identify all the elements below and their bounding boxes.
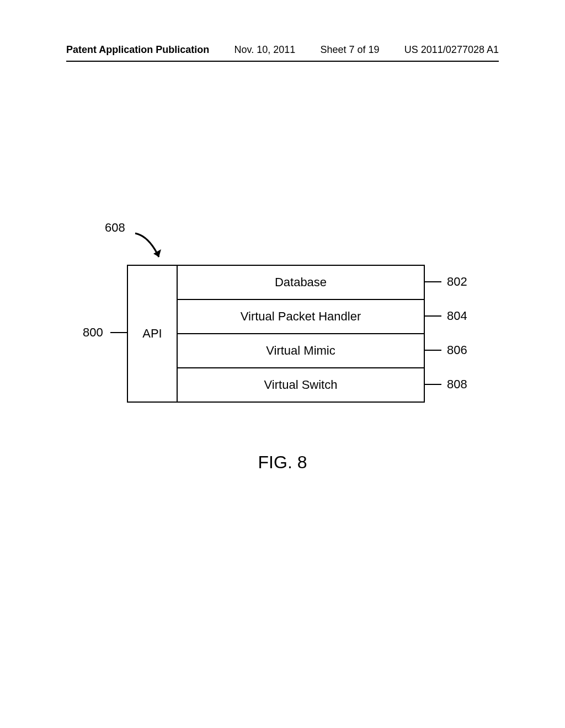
row-vph: Virtual Packet Handler	[178, 300, 424, 334]
header-date: Nov. 10, 2011	[234, 44, 296, 56]
architecture-block: API Database Virtual Packet Handler Virt…	[127, 265, 425, 403]
layers-column: Database Virtual Packet Handler Virtual …	[178, 266, 424, 403]
row-database-label: Database	[275, 275, 327, 290]
lead-802	[425, 281, 441, 282]
page-header: Patent Application Publication Nov. 10, …	[0, 44, 565, 56]
header-rule	[66, 61, 499, 62]
ref-608: 608	[105, 221, 125, 235]
ref-802: 802	[447, 275, 467, 289]
header-publication: Patent Application Publication	[66, 44, 209, 56]
ref-804: 804	[447, 309, 467, 323]
pointer-arrow-608	[132, 231, 171, 271]
row-mimic-label: Virtual Mimic	[266, 344, 335, 358]
ref-806: 806	[447, 343, 467, 357]
row-switch-label: Virtual Switch	[264, 378, 338, 392]
lead-808	[425, 384, 441, 385]
lead-806	[425, 350, 441, 351]
row-database: Database	[178, 266, 424, 300]
row-vph-label: Virtual Packet Handler	[241, 309, 361, 324]
ref-800: 800	[83, 325, 103, 340]
arrow-icon	[132, 231, 171, 269]
ref-808: 808	[447, 377, 467, 392]
api-label: API	[142, 326, 162, 341]
lead-800	[110, 332, 127, 333]
api-column: API	[128, 266, 178, 403]
row-mimic: Virtual Mimic	[178, 334, 424, 368]
header-pubno: US 2011/0277028 A1	[404, 44, 499, 56]
header-sheet: Sheet 7 of 19	[321, 44, 380, 56]
row-switch: Virtual Switch	[178, 368, 424, 403]
figure-caption: FIG. 8	[0, 452, 565, 473]
diagram: 608 API Database Virtual Packet Handler …	[127, 265, 425, 403]
lead-804	[425, 315, 441, 317]
